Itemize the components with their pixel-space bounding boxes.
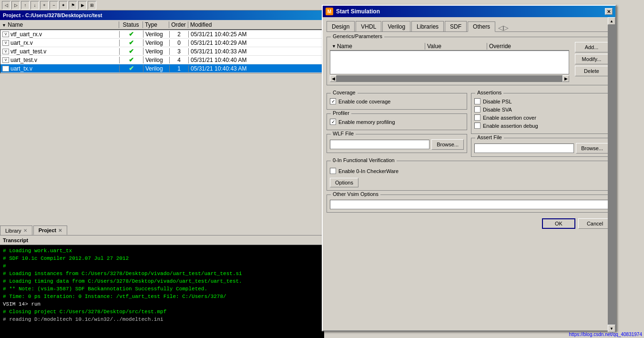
disable-sva-row: Disable SVA <box>474 106 608 113</box>
toolbar-btn-9[interactable]: ▶ <box>78 1 87 10</box>
toolbar-btn-3[interactable]: ↑ <box>21 1 30 10</box>
tab-project[interactable]: Project ✕ <box>33 225 67 235</box>
scroll-down-button[interactable]: ▼ <box>608 325 615 332</box>
toolbar-btn-10[interactable]: ⊞ <box>88 1 96 10</box>
middle-section: Coverage Enable code coverage Profiler E… <box>327 89 612 157</box>
tab-project-close[interactable]: ✕ <box>58 228 62 233</box>
file-type-4: Verilog <box>143 57 170 63</box>
table-row[interactable]: V vtf_uart_test.v ✔ Verilog 3 05/31/21 1… <box>0 47 324 56</box>
coverage-title: Coverage <box>331 90 358 95</box>
profiler-group: Profiler Enable memory profiling <box>327 113 467 130</box>
tab-library[interactable]: Library ✕ <box>0 225 32 235</box>
file-name-2: V uart_rx.v <box>0 40 120 46</box>
assert-browse-button[interactable]: Browse... <box>576 143 608 154</box>
col-header-type: Type <box>143 21 169 28</box>
transcript-line: # <box>3 262 321 270</box>
enable-code-coverage-checkbox[interactable] <box>330 98 336 104</box>
enable-memory-profiling-checkbox[interactable] <box>330 119 336 125</box>
wlf-browse-button[interactable]: Browse... <box>431 139 464 150</box>
tab-verilog[interactable]: Verilog <box>382 21 410 31</box>
enable-assertion-cover-checkbox[interactable] <box>474 114 480 121</box>
enable-checkerware-checkbox[interactable] <box>330 168 336 174</box>
file-order-3: 3 <box>170 48 189 55</box>
scroll-track[interactable] <box>337 75 562 82</box>
disable-sva-checkbox[interactable] <box>474 106 480 113</box>
toolbar-btn-2[interactable]: ▷ <box>11 1 20 10</box>
toolbar-btn-6[interactable]: − <box>50 1 58 10</box>
file-order-2: 0 <box>170 40 189 46</box>
table-row[interactable]: V uart_tx.v ✔ Verilog 1 05/31/21 10:40:4… <box>0 64 324 73</box>
tab-vhdl[interactable]: VHDL <box>356 21 381 31</box>
param-col-name-header: ▼ Name <box>330 43 425 50</box>
disable-psl-label: Disable PSL <box>483 99 512 104</box>
delete-button[interactable]: Delete <box>575 66 608 76</box>
file-order-5: 1 <box>170 65 189 72</box>
table-row[interactable]: V uart_rx.v ✔ Verilog 0 05/31/21 10:40:2… <box>0 39 324 47</box>
enable-checkerware-row: Enable 0-In CheckerWare <box>330 168 399 174</box>
transcript-content: # Loading work.uart_tx # SDF 10.1c Compi… <box>0 245 324 338</box>
dialog-title: M Start Simulation <box>326 8 380 15</box>
project-title: Project - C:/Users/3278/Desktop/src/test <box>3 12 102 18</box>
tab-scroll-arrows[interactable]: ◁▷ <box>498 24 509 31</box>
dialog-scrollbar: ▲ ▼ <box>608 17 615 332</box>
transcript-header: Transcript <box>0 236 324 245</box>
dialog-close-button[interactable]: ✕ <box>605 8 613 15</box>
toolbar-btn-1[interactable]: ◁ <box>2 1 10 10</box>
enable-memory-profiling-label: Enable memory profiling <box>338 119 395 125</box>
tab-libraries[interactable]: Libraries <box>411 21 444 31</box>
file-type-2: Verilog <box>143 40 170 46</box>
toolbar-btn-8[interactable]: ⚑ <box>69 1 77 10</box>
profiler-title: Profiler <box>331 110 351 116</box>
panel-tabs: Library ✕ Project ✕ <box>0 225 324 236</box>
transcript-line: # SDF 10.1c Compiler 2012.07 Jul 27 2012 <box>3 255 321 262</box>
zin-group: 0-In Functional Verification Enable 0-In… <box>327 161 612 191</box>
file-modified-5: 05/31/21 10:40:43 AM <box>189 65 324 72</box>
main-toolbar: ◁ ▷ ↑ ↓ + − ✦ ⚑ ▶ ⊞ <box>0 0 324 10</box>
toolbar-btn-7[interactable]: ✦ <box>59 1 68 10</box>
modify-button[interactable]: Modify... <box>575 54 608 64</box>
param-col-override-header: Override <box>487 43 569 50</box>
file-status-2: ✔ <box>120 39 143 46</box>
cancel-button[interactable]: Cancel <box>578 218 612 229</box>
assert-file-input[interactable] <box>474 143 574 153</box>
options-button[interactable]: Options <box>330 178 358 187</box>
generics-parameters-title: Generics/Parameters <box>331 33 384 39</box>
project-file-list: V vtf_uart_rx.v ✔ Verilog 2 05/31/21 10:… <box>0 30 324 73</box>
zin-content: Enable 0-In CheckerWare <box>330 166 608 176</box>
file-type-5: Verilog <box>143 65 170 72</box>
add-button[interactable]: Add... <box>575 42 608 52</box>
col-header-order: Order <box>169 21 188 28</box>
tab-library-close[interactable]: ✕ <box>23 228 27 233</box>
scroll-track-vertical[interactable] <box>608 25 615 325</box>
start-simulation-dialog: M Start Simulation ✕ Design VHDL Verilog… <box>322 5 616 331</box>
other-vsim-content <box>330 200 608 209</box>
tab-others[interactable]: Others <box>468 21 495 32</box>
toolbar-btn-4[interactable]: ↓ <box>31 1 39 10</box>
assert-file-row: Browse... <box>474 143 608 154</box>
file-status-4: ✔ <box>120 56 143 63</box>
table-row[interactable]: V vtf_uart_rx.v ✔ Verilog 2 05/31/21 10:… <box>0 30 324 39</box>
tab-design[interactable]: Design <box>327 21 355 31</box>
other-vsim-input[interactable] <box>330 200 608 209</box>
col-header-status: Status <box>119 21 143 28</box>
file-order-1: 2 <box>170 31 189 38</box>
disable-sva-label: Disable SVA <box>483 107 512 113</box>
tab-sdf[interactable]: SDF <box>445 21 467 31</box>
file-name-1: V vtf_uart_rx.v <box>0 31 120 38</box>
scroll-up-button[interactable]: ▲ <box>608 17 615 25</box>
dialog-titlebar: M Start Simulation ✕ <box>323 6 615 17</box>
file-modified-1: 05/31/21 10:40:25 AM <box>189 31 324 38</box>
ok-button[interactable]: OK <box>542 218 575 229</box>
assertions-group: Assertions Disable PSL Disable SVA Enabl… <box>471 93 612 134</box>
scroll-left-arrow[interactable]: ◀ <box>330 75 337 82</box>
toolbar-btn-5[interactable]: + <box>40 1 49 10</box>
params-scrollbar[interactable]: ◀ ▶ <box>330 75 569 82</box>
wlf-file-input[interactable] <box>330 140 429 149</box>
scroll-right-arrow[interactable]: ▶ <box>562 75 569 82</box>
zin-title: 0-In Functional Verification <box>331 157 397 163</box>
enable-assertion-debug-checkbox[interactable] <box>474 123 480 129</box>
project-panel: Project - C:/Users/3278/Desktop/src/test… <box>0 10 324 230</box>
disable-psl-checkbox[interactable] <box>474 98 480 104</box>
table-row[interactable]: V uart_test.v ✔ Verilog 4 05/31/21 10:40… <box>0 56 324 64</box>
enable-assertion-cover-row: Enable assertion cover <box>474 114 608 121</box>
